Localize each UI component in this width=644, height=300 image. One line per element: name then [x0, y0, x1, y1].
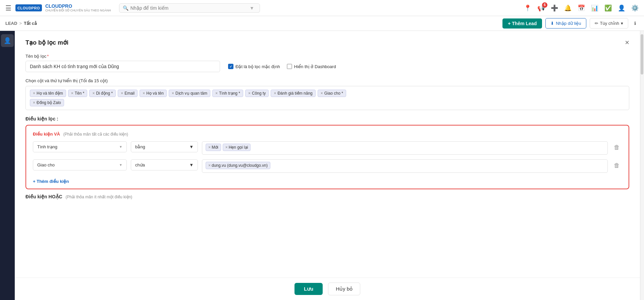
customize-button[interactable]: ✏ Tùy chỉnh ▾	[590, 18, 628, 29]
val-tag-1-0[interactable]: × dung.vu (dung.vu@cloudgo.vn)	[206, 162, 270, 169]
or-block-desc: (Phải thỏa mãn ít nhất một điều kiện)	[66, 195, 132, 199]
search-bar[interactable]: 🔍 ▼	[119, 3, 260, 13]
sidebar-lead-icon[interactable]: 👤	[1, 34, 14, 47]
delete-condition-0[interactable]: 🗑	[612, 142, 622, 153]
remove-val-0-1[interactable]: ×	[225, 145, 228, 150]
default-filter-checkbox-box[interactable]: ✓	[228, 64, 233, 69]
column-tag-4[interactable]: ×Họ và tên	[140, 90, 167, 97]
remove-col-7[interactable]: ×	[248, 91, 251, 96]
modal-header: Tạo bộ lọc mới ×	[25, 39, 629, 46]
logo-slogan: CHUYỂN ĐỔI SỐ CHUYÊN SÂU THEO NGÀNH	[45, 9, 111, 12]
column-tag-8[interactable]: ×Đánh giá tiềm năng	[271, 90, 315, 97]
search-dropdown-icon[interactable]: ▼	[250, 5, 254, 11]
remove-col-5[interactable]: ×	[172, 91, 174, 96]
and-block-desc: (Phải thỏa mãn tất cả các điều kiện)	[63, 132, 128, 137]
import-button[interactable]: ⬇ Nhập dữ liệu	[545, 18, 586, 29]
condition-op-0[interactable]: bằng ▼	[131, 141, 198, 152]
sub-nav-actions: + Thêm Lead ⬇ Nhập dữ liệu ✏ Tùy chỉnh ▾…	[502, 18, 639, 29]
info-button[interactable]: ℹ	[632, 19, 639, 28]
calendar-icon[interactable]: 📅	[578, 4, 585, 12]
column-tag-5[interactable]: ×Dịch vụ quan tâm	[169, 90, 210, 97]
val-tag-0-0[interactable]: × Mới	[206, 144, 221, 151]
remove-col-1[interactable]: ×	[71, 91, 73, 96]
breadcrumb-sep: >	[19, 21, 22, 26]
default-filter-label: Đặt là bộ lọc mặc định	[235, 64, 280, 69]
remove-col-8[interactable]: ×	[274, 91, 276, 96]
user-icon[interactable]: 👤	[618, 4, 625, 12]
save-button[interactable]: Lưu	[294, 283, 323, 295]
bell-icon[interactable]: 🔔	[564, 4, 572, 12]
dashboard-checkbox[interactable]: Hiển thị ở Dashboard	[287, 64, 336, 69]
filter-name-section: Tên bộ lọc* ✓ Đặt là bộ lọc mặc định	[25, 54, 629, 72]
location-icon[interactable]: 📍	[524, 4, 531, 12]
column-tag-1[interactable]: ×Tên *	[68, 90, 88, 97]
modal-close-button[interactable]: ×	[625, 39, 629, 46]
hamburger-icon[interactable]: ☰	[5, 4, 11, 12]
dashboard-checkbox-box[interactable]	[287, 64, 292, 69]
remove-col-6[interactable]: ×	[215, 91, 218, 96]
chart-icon[interactable]: 📊	[591, 4, 598, 12]
col-select-label: Chọn cột và thứ tự hiển thị (Tối đa 15 c…	[25, 78, 629, 83]
task-icon[interactable]: ✅	[604, 4, 612, 12]
search-icon: 🔍	[123, 5, 128, 11]
condition-value-0[interactable]: × Mới × Hẹn gọi lại	[202, 141, 608, 155]
op-caret-1: ▼	[189, 162, 194, 167]
settings-icon[interactable]: ⚙️	[631, 4, 639, 12]
breadcrumb-current: Tất cả	[24, 21, 37, 26]
remove-col-3[interactable]: ×	[121, 91, 123, 96]
sidebar: 👤	[0, 31, 15, 300]
remove-col-9[interactable]: ×	[321, 91, 323, 96]
column-tag-0[interactable]: ×Họ và tên đệm	[30, 90, 66, 97]
modal-footer: Lưu Hủy bỏ	[15, 278, 640, 300]
filter-name-row: ✓ Đặt là bộ lọc mặc định Hiển thị ở Dash…	[25, 61, 629, 72]
column-tag-6[interactable]: ×Tình trạng *	[212, 90, 243, 97]
default-filter-checkbox[interactable]: ✓ Đặt là bộ lọc mặc định	[228, 64, 280, 69]
main-area: 👤 Tạo bộ lọc mới × Tên bộ lọc*	[0, 31, 644, 300]
logo-box: CLOUDPRO	[15, 4, 42, 11]
or-label: Điều kiện HOẶC	[25, 194, 62, 199]
condition-row-1: Giao cho ▼ chứa ▼ × dung.vu (dung.vu@clo…	[33, 159, 622, 173]
customize-caret: ▾	[621, 21, 623, 26]
column-tag-3[interactable]: ×Email	[118, 90, 138, 97]
add-icon[interactable]: ➕	[551, 4, 558, 12]
notification-icon[interactable]: 📢 6	[537, 4, 545, 12]
modal-title: Tạo bộ lọc mới	[25, 39, 68, 46]
val-tag-0-1[interactable]: × Hẹn gọi lại	[223, 144, 251, 151]
cancel-button[interactable]: Hủy bỏ	[328, 283, 360, 295]
filter-name-input[interactable]	[25, 61, 220, 72]
breadcrumb-root: LEAD	[5, 21, 17, 26]
content: Tạo bộ lọc mới × Tên bộ lọc* ✓ Đặt là	[15, 31, 644, 300]
filter-condition-section: Điều kiện lọc : Điều kiện VÀ (Phải thỏa …	[25, 116, 629, 199]
scrollbar-thumb[interactable]	[641, 34, 643, 74]
filter-name-label: Tên bộ lọc*	[25, 54, 629, 59]
remove-val-0-0[interactable]: ×	[208, 145, 211, 150]
add-condition-button[interactable]: + Thêm điều kiện	[33, 178, 69, 185]
column-tag-9[interactable]: ×Giao cho *	[318, 90, 346, 97]
delete-condition-1[interactable]: 🗑	[612, 160, 622, 171]
condition-field-0[interactable]: Tình trạng ▼	[33, 141, 127, 152]
column-tag-7[interactable]: ×Công ty	[245, 90, 269, 97]
add-lead-button[interactable]: + Thêm Lead	[502, 18, 542, 29]
condition-row-0: Tình trạng ▼ bằng ▼ × Mới	[33, 141, 622, 155]
condition-value-1[interactable]: × dung.vu (dung.vu@cloudgo.vn)	[202, 159, 608, 173]
condition-op-1[interactable]: chứa ▼	[131, 159, 198, 170]
filter-condition-label: Điều kiện lọc :	[25, 116, 629, 121]
nav-icons: 📍 📢 6 ➕ 🔔 📅 📊 ✅ 👤 ⚙️	[524, 4, 639, 12]
logo-brand: CLOUDPRO	[45, 3, 72, 9]
and-label: Điều kiện VÀ	[33, 132, 60, 137]
and-block: Điều kiện VÀ (Phải thỏa mãn tất cả các đ…	[25, 125, 629, 189]
column-tag-10[interactable]: ×Đồng bộ Zalo	[30, 99, 64, 106]
scrollbar-track[interactable]	[640, 31, 644, 300]
remove-col-4[interactable]: ×	[143, 91, 145, 96]
remove-col-2[interactable]: ×	[92, 91, 95, 96]
column-tags-row2: ×Đồng bộ Zalo	[30, 99, 625, 106]
remove-col-0[interactable]: ×	[33, 91, 35, 96]
column-tag-2[interactable]: ×Di động *	[89, 90, 116, 97]
search-input[interactable]	[130, 5, 247, 11]
condition-field-1[interactable]: Giao cho ▼	[33, 159, 127, 170]
checkbox-group: ✓ Đặt là bộ lọc mặc định Hiển thị ở Dash…	[228, 64, 336, 69]
required-star: *	[47, 54, 49, 59]
remove-val-1-0[interactable]: ×	[208, 163, 211, 168]
column-tags-container[interactable]: ×Họ và tên đệm ×Tên * ×Di động * ×Email …	[25, 86, 629, 110]
remove-col-10[interactable]: ×	[33, 100, 35, 105]
